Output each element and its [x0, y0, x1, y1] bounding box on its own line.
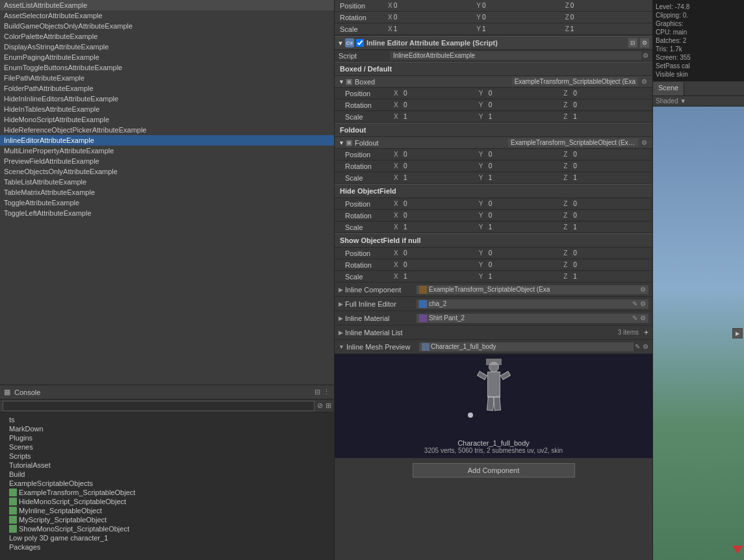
- rotation-y: 0: [482, 14, 486, 21]
- list-item[interactable]: EnumPagingAttributeExample: [0, 52, 334, 62]
- component-foldout-icon[interactable]: ▼: [337, 40, 344, 47]
- mesh-preview-area: Character_1_full_body 3205 verts, 5060 t…: [335, 354, 652, 458]
- inline-material-edit-icon[interactable]: ✎: [632, 314, 637, 322]
- list-item[interactable]: ColorPaletteAttributeExample: [0, 31, 334, 42]
- inline-component-settings-icon[interactable]: ⚙: [640, 286, 646, 293]
- component-rect-btn[interactable]: ⊟: [628, 38, 638, 48]
- clear-icon[interactable]: ⊘: [317, 401, 323, 410]
- assets-item[interactable]: ExampleScriptableObjects: [4, 479, 330, 488]
- assets-item[interactable]: Low poly 3D game character_1: [4, 533, 330, 542]
- assets-item[interactable]: Scripts: [4, 452, 330, 461]
- x-letter: X: [394, 162, 400, 170]
- z-letter: Z: [563, 200, 570, 207]
- full-inline-settings-icon[interactable]: ⚙: [640, 300, 646, 307]
- console-collapse-icon[interactable]: ⊟: [314, 388, 320, 396]
- shaded-dropdown-icon[interactable]: ▼: [680, 97, 686, 105]
- component-gear-btn[interactable]: ⚙: [639, 38, 650, 48]
- assets-item[interactable]: Plugins: [4, 433, 330, 442]
- full-inline-foldout-icon[interactable]: ▶: [339, 301, 343, 307]
- list-item[interactable]: HideReferenceObjectPickerAttributeExampl…: [0, 125, 334, 135]
- y-letter: Y: [479, 212, 485, 219]
- list-item[interactable]: ToggleLeftAttributeExample: [0, 208, 334, 218]
- full-inline-value-text: cha_2: [429, 300, 446, 307]
- rotation-label: Rotation: [345, 162, 394, 170]
- mesh-edit-icon[interactable]: ✎: [635, 343, 640, 350]
- assets-item[interactable]: HideMonoScript_ScriptableObject: [4, 497, 330, 506]
- list-item[interactable]: PreviewFieldAttributeExample: [0, 156, 334, 166]
- assets-item[interactable]: MarkDown: [4, 424, 330, 433]
- console-settings-icon[interactable]: ⋮: [323, 388, 330, 396]
- list-item[interactable]: DisplayAsStringAttributeExample: [0, 42, 334, 52]
- component-enabled-checkbox[interactable]: [356, 39, 364, 47]
- assets-item[interactable]: Scenes: [4, 442, 330, 452]
- inline-material-foldout-icon[interactable]: ▶: [339, 315, 343, 322]
- inline-material-list-foldout-icon[interactable]: ▶: [339, 329, 343, 336]
- list-item[interactable]: TableMatrixAttributeExample: [0, 187, 334, 197]
- list-item[interactable]: ToggleAttributeExample: [0, 197, 334, 208]
- nav-arrow-up[interactable]: ▶: [732, 328, 743, 338]
- inline-mesh-label: Inline Mesh Preview: [346, 343, 410, 351]
- script-label: Script: [339, 52, 391, 60]
- assets-item[interactable]: TutorialAsset: [4, 461, 330, 470]
- list-item[interactable]: BuildGameObjectsOnlyAttributeExample: [0, 21, 334, 31]
- foldout-foldout-icon[interactable]: ▼: [339, 140, 344, 146]
- x-letter: X: [394, 249, 400, 257]
- x-letter: X: [394, 261, 400, 268]
- pos-z-val: 0: [571, 89, 648, 97]
- add-component-button[interactable]: Add Component: [413, 463, 575, 477]
- full-inline-editor-row: ▶ Full Inline Editor cha_2 ✎ ⚙: [335, 297, 652, 311]
- component-title: Inline Editor Attribute Example (Script): [366, 39, 628, 47]
- list-item[interactable]: SceneObjectsOnlyAttributeExample: [0, 166, 334, 177]
- material-list-add-icon[interactable]: +: [644, 328, 648, 337]
- inline-component-row: ▶ Inline Component ExampleTransform_Scri…: [335, 283, 652, 297]
- boxed-value: ExampleTransform_ScriptableObject (Exa: [512, 77, 638, 86]
- list-item-selected[interactable]: InlineEditorAttributeExample: [0, 135, 334, 146]
- list-item[interactable]: HideInTablesAttributeExample: [0, 104, 334, 114]
- assets-item[interactable]: Packages: [4, 542, 330, 552]
- stats-batches: Batches: 2: [656, 37, 686, 44]
- list-item[interactable]: AssetListAttributeExample: [0, 0, 334, 10]
- mesh-settings-icon[interactable]: ⚙: [643, 343, 648, 350]
- scene-view[interactable]: ▶: [653, 107, 744, 560]
- list-item[interactable]: FilePathAttributeExample: [0, 73, 334, 83]
- console-search-input[interactable]: [3, 401, 314, 411]
- assets-item[interactable]: ShowMonoScript_ScriptableObject: [4, 524, 330, 533]
- boxed-settings-icon[interactable]: ⚙: [639, 77, 648, 86]
- list-item[interactable]: HideInInlineEditorsAttributeExample: [0, 94, 334, 104]
- assets-item[interactable]: MyScripty_ScriptableObject: [4, 515, 330, 524]
- scale-label: Scale: [345, 273, 394, 281]
- x-letter: X: [394, 90, 400, 97]
- y-label: Y: [476, 25, 481, 32]
- foldout-settings-icon[interactable]: ⚙: [639, 138, 648, 147]
- list-item[interactable]: AssetSelectorAttributeExample: [0, 10, 334, 21]
- rotation-label: Rotation: [345, 212, 394, 220]
- list-item[interactable]: TableListAttributeExample: [0, 177, 334, 187]
- list-item[interactable]: HideMonoScriptAttributeExample: [0, 114, 334, 125]
- pos-x-val: 0: [402, 89, 479, 97]
- list-item[interactable]: EnumToggleButtonsAttributeExample: [0, 62, 334, 73]
- z-label: Z: [565, 2, 569, 9]
- boxed-foldout-icon[interactable]: ▼: [339, 79, 344, 85]
- script-settings-icon[interactable]: ⚙: [643, 52, 648, 59]
- x-letter: X: [394, 212, 400, 219]
- inline-component-value-text: ExampleTransform_ScriptableObject (Exa: [429, 286, 550, 293]
- assets-item[interactable]: ts: [4, 415, 330, 424]
- position-label: Position: [345, 90, 394, 97]
- scene-tab[interactable]: Scene: [653, 82, 684, 95]
- inline-component-foldout-icon[interactable]: ▶: [339, 286, 343, 293]
- inline-mesh-foldout-icon[interactable]: ▼: [339, 344, 344, 350]
- filter-icon[interactable]: ⊞: [326, 401, 331, 410]
- full-inline-edit-icon[interactable]: ✎: [632, 300, 637, 307]
- y-label: Y: [476, 14, 481, 21]
- console-panel: ▦ Console ⊟ ⋮ ⊘ ⊞ ts MarkDown Plugins Sc…: [0, 385, 334, 560]
- console-header: ▦ Console ⊟ ⋮: [0, 385, 334, 400]
- inline-material-settings-icon[interactable]: ⚙: [640, 314, 646, 322]
- z-letter: Z: [563, 90, 570, 97]
- list-item[interactable]: MultiLinePropertyAttributeExample: [0, 146, 334, 156]
- assets-item[interactable]: MyInline_ScriptableObject: [4, 506, 330, 515]
- assets-item[interactable]: ExampleTransform_ScriptableObject: [4, 488, 330, 497]
- list-item[interactable]: FolderPathAttributeExample: [0, 83, 334, 94]
- inline-component-asset-icon: [419, 286, 427, 294]
- x-label: X: [388, 2, 392, 9]
- assets-item[interactable]: Build: [4, 470, 330, 479]
